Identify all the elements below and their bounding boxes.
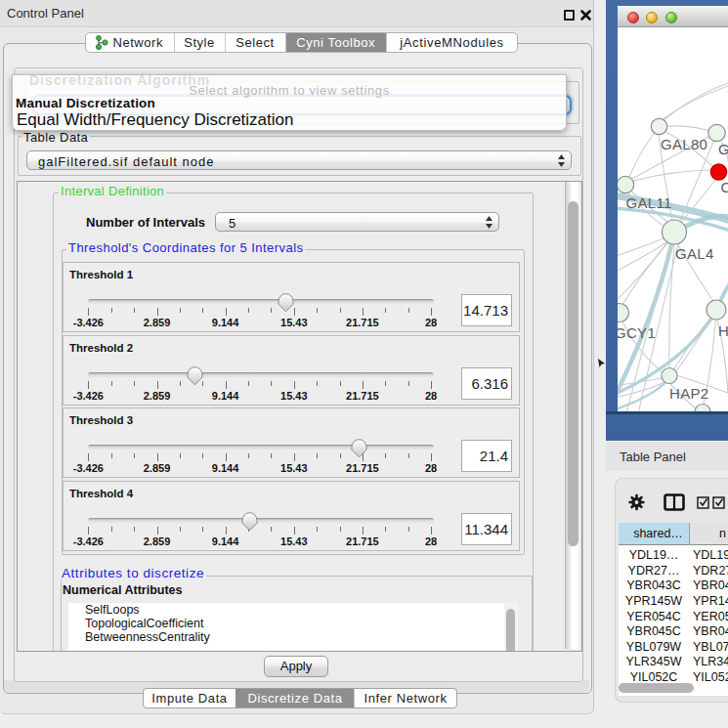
svg-text:GA: GA	[718, 141, 728, 157]
svg-text:C: C	[721, 179, 728, 195]
svg-text:GAL4: GAL4	[675, 245, 714, 262]
svg-text:GCY1: GCY1	[618, 324, 656, 341]
svg-text:GAL11: GAL11	[626, 194, 672, 211]
svg-text:GAL80: GAL80	[661, 136, 707, 152]
svg-text:HAP2: HAP2	[669, 385, 708, 402]
svg-text:H: H	[718, 322, 728, 339]
